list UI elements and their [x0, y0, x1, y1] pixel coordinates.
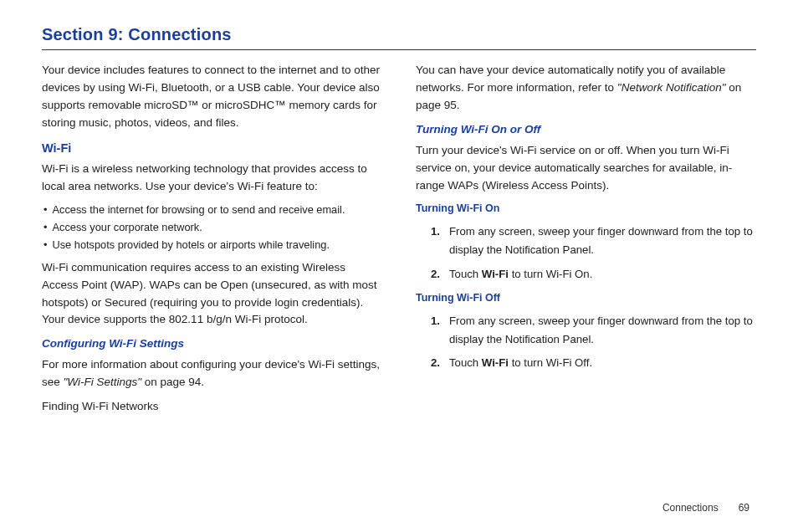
wifi-requirements: Wi-Fi communication requires access to a… — [42, 259, 382, 330]
step-text: From any screen, sweep your finger downw… — [449, 223, 756, 260]
bullet-text: Use hotspots provided by hotels or airpo… — [52, 238, 329, 253]
step-pre: Touch — [449, 268, 482, 280]
wifi-heading: Wi-Fi — [42, 139, 382, 157]
step-pre: Touch — [449, 356, 482, 369]
step-number: 1. — [431, 312, 449, 350]
section-title: Section 9: Connections — [42, 25, 756, 50]
bullet-text: Access your corporate network. — [52, 220, 202, 235]
page: Section 9: Connections Your device inclu… — [0, 0, 798, 532]
page-footer: Connections 69 — [662, 502, 749, 514]
bullet-item: • Use hotspots provided by hotels or air… — [42, 238, 382, 253]
step-bold: Wi-Fi — [482, 356, 509, 369]
two-column-layout: Your device includes features to connect… — [42, 62, 756, 422]
turning-off-steps: 1. From any screen, sweep your finger do… — [416, 312, 756, 373]
step-number: 2. — [431, 265, 449, 284]
step-post: to turn Wi-Fi On. — [509, 268, 592, 280]
right-column: You can have your device automatically n… — [416, 62, 756, 422]
step-item: 2. Touch Wi-Fi to turn Wi-Fi On. — [416, 265, 756, 284]
left-column: Your device includes features to connect… — [42, 62, 382, 422]
step-text: Touch Wi-Fi to turn Wi-Fi On. — [449, 265, 592, 284]
turning-onoff-heading: Turning Wi-Fi On or Off — [416, 121, 756, 139]
turning-on-heading: Turning Wi-Fi On — [416, 201, 756, 217]
step-item: 1. From any screen, sweep your finger do… — [416, 312, 756, 350]
bullet-text: Access the internet for browsing or to s… — [52, 202, 345, 217]
configuring-text: For more information about configuring y… — [42, 356, 382, 391]
step-item: 2. Touch Wi-Fi to turn Wi-Fi Off. — [416, 354, 756, 372]
step-bold: Wi-Fi — [482, 268, 509, 280]
bullet-icon: • — [43, 238, 47, 253]
notify-reference: "Network Notification" — [617, 81, 726, 94]
cfg-post: on page 94. — [141, 376, 204, 388]
turning-off-heading: Turning Wi-Fi Off — [416, 290, 756, 306]
wifi-intro: Wi-Fi is a wireless networking technolog… — [42, 161, 382, 196]
bullet-icon: • — [43, 220, 47, 235]
notify-paragraph: You can have your device automatically n… — [416, 62, 756, 115]
configuring-heading: Configuring Wi-Fi Settings — [42, 335, 382, 353]
bullet-icon: • — [43, 202, 47, 217]
step-number: 1. — [431, 223, 449, 260]
step-post: to turn Wi-Fi Off. — [509, 356, 592, 369]
step-text: From any screen, sweep your finger downw… — [449, 312, 756, 350]
intro-paragraph: Your device includes features to connect… — [42, 62, 382, 132]
bullet-item: • Access the internet for browsing or to… — [42, 202, 382, 217]
footer-section-label: Connections — [662, 502, 719, 514]
step-item: 1. From any screen, sweep your finger do… — [416, 223, 756, 260]
finding-networks-heading: Finding Wi-Fi Networks — [42, 398, 382, 416]
footer-page-number: 69 — [739, 502, 749, 514]
turning-on-steps: 1. From any screen, sweep your finger do… — [416, 223, 756, 284]
turning-onoff-text: Turn your device's Wi-Fi service on or o… — [416, 142, 756, 195]
wifi-bullet-list: • Access the internet for browsing or to… — [42, 202, 382, 253]
cfg-reference: "Wi-Fi Settings" — [64, 376, 141, 388]
bullet-item: • Access your corporate network. — [42, 220, 382, 235]
step-number: 2. — [431, 354, 449, 372]
step-text: Touch Wi-Fi to turn Wi-Fi Off. — [449, 354, 592, 372]
